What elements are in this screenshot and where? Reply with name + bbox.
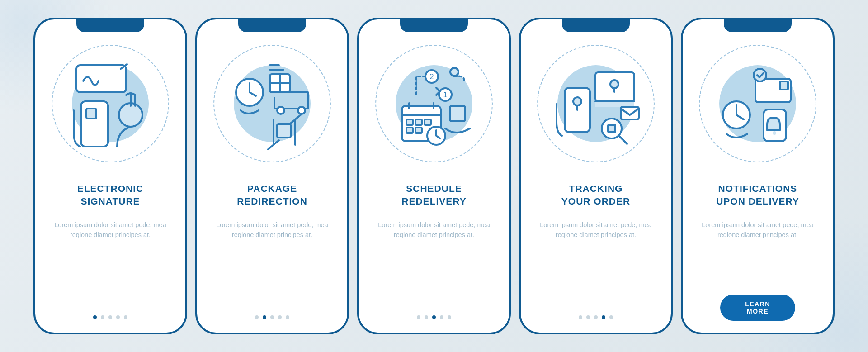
notifications-delivery-icon: [710, 56, 805, 151]
page-indicator: [93, 315, 127, 319]
page-dot[interactable]: [579, 315, 582, 319]
phone-notch: [724, 19, 792, 32]
screen-title: ELECTRONIC SIGNATURE: [77, 182, 144, 208]
page-dot[interactable]: [278, 315, 282, 319]
phone-frame: TRACKING YOUR ORDER Lorem ipsum dolor si…: [519, 18, 673, 334]
page-dot[interactable]: [124, 315, 127, 319]
page-dot[interactable]: [108, 315, 112, 319]
screen-title: NOTIFICATIONS UPON DELIVERY: [716, 182, 799, 208]
illustration-container: [537, 45, 655, 162]
phone-frame: ELECTRONIC SIGNATURE Lorem ipsum dolor s…: [33, 18, 187, 334]
svg-point-6: [277, 107, 284, 114]
phone-notch: [76, 19, 144, 32]
package-redirection-icon: [225, 56, 320, 151]
screen-body: Lorem ipsum dolor sit amet pede, mea reg…: [533, 220, 659, 240]
svg-text:2: 2: [430, 73, 434, 81]
svg-rect-27: [621, 107, 639, 119]
page-dot[interactable]: [609, 315, 613, 319]
screen-body: Lorem ipsum dolor sit amet pede, mea reg…: [371, 220, 497, 240]
phone-notch: [562, 19, 630, 32]
tracking-order-icon: [548, 56, 643, 151]
phone-frame: PACKAGE REDIRECTION Lorem ipsum dolor si…: [195, 18, 349, 334]
phone-frame: NOTIFICATIONS UPON DELIVERY Lorem ipsum …: [681, 18, 835, 334]
page-dot[interactable]: [586, 315, 590, 319]
svg-rect-15: [406, 119, 413, 125]
page-dot[interactable]: [440, 315, 443, 319]
onboarding-screens-row: ELECTRONIC SIGNATURE Lorem ipsum dolor s…: [33, 18, 835, 334]
illustration-container: [213, 45, 331, 162]
svg-rect-21: [450, 106, 465, 121]
page-dot[interactable]: [93, 315, 97, 319]
phone-frame: 2 1 SCHEDULE REDELIVERY Lorem ipsum dolo…: [357, 18, 511, 334]
svg-point-33: [754, 69, 766, 81]
svg-rect-16: [415, 119, 422, 125]
page-indicator: [417, 315, 451, 319]
page-dot[interactable]: [448, 315, 451, 319]
svg-point-35: [773, 131, 776, 135]
svg-point-7: [298, 107, 305, 114]
screen-body: Lorem ipsum dolor sit amet pede, mea reg…: [694, 220, 821, 240]
svg-point-26: [610, 80, 618, 88]
screen-title: SCHEDULE REDELIVERY: [401, 182, 466, 208]
page-dot[interactable]: [263, 315, 266, 319]
page-dot[interactable]: [101, 315, 104, 319]
page-indicator: [255, 315, 289, 319]
svg-text:1: 1: [443, 91, 448, 99]
page-dot[interactable]: [432, 315, 436, 319]
schedule-redelivery-icon: 2 1: [387, 56, 481, 151]
phone-notch: [238, 19, 306, 32]
svg-rect-32: [780, 81, 788, 90]
svg-rect-18: [406, 128, 413, 133]
illustration-container: 2 1: [375, 45, 493, 162]
svg-rect-8: [277, 124, 291, 138]
page-dot[interactable]: [270, 315, 274, 319]
screen-body: Lorem ipsum dolor sit amet pede, mea reg…: [47, 220, 174, 240]
page-indicator: [579, 315, 613, 319]
svg-point-13: [450, 68, 458, 76]
page-dot[interactable]: [417, 315, 420, 319]
svg-rect-19: [415, 128, 422, 133]
electronic-signature-icon: [63, 56, 158, 151]
illustration-container: [52, 45, 169, 162]
page-dot[interactable]: [255, 315, 259, 319]
screen-title: TRACKING YOUR ORDER: [561, 182, 630, 208]
learn-more-button[interactable]: LEARN MORE: [720, 295, 795, 321]
page-dot[interactable]: [425, 315, 428, 319]
page-dot[interactable]: [594, 315, 598, 319]
screen-title: PACKAGE REDIRECTION: [237, 182, 307, 208]
page-dot[interactable]: [116, 315, 120, 319]
phone-notch: [400, 19, 468, 32]
page-dot[interactable]: [286, 315, 289, 319]
svg-rect-2: [86, 109, 96, 119]
svg-rect-17: [425, 119, 431, 125]
svg-rect-29: [608, 125, 615, 132]
screen-body: Lorem ipsum dolor sit amet pede, mea reg…: [209, 220, 335, 240]
illustration-container: [699, 45, 816, 162]
page-dot[interactable]: [602, 315, 605, 319]
svg-point-23: [573, 97, 581, 105]
